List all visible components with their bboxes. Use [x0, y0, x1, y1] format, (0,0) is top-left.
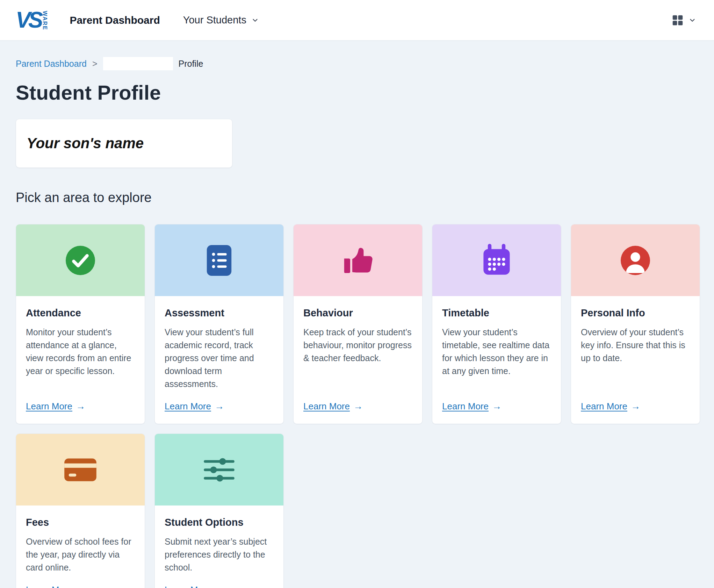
arrow-right-icon: →: [492, 401, 502, 412]
arrow-right-icon: →: [215, 401, 224, 412]
top-navigation-bar: VS WARE Parent Dashboard Your Students: [0, 0, 714, 40]
card-timetable-header: [432, 224, 561, 296]
learn-more-label: Learn More: [581, 401, 627, 412]
card-title: Behaviour: [303, 307, 412, 319]
card-title: Fees: [26, 517, 135, 528]
explore-cards-grid: Attendance Monitor your student’s attend…: [16, 224, 698, 588]
card-personal-info: Personal Info Overview of your student’s…: [571, 224, 700, 424]
learn-more-label: Learn More: [165, 585, 211, 588]
learn-more-link-personal-info[interactable]: Learn More →: [581, 390, 640, 412]
arrow-right-icon: →: [76, 401, 85, 412]
assessment-list-icon: [205, 244, 233, 277]
card-description: Submit next year’s subject preferences d…: [165, 535, 274, 574]
learn-more-link-fees[interactable]: Learn More →: [26, 574, 85, 588]
card-attendance-body: Attendance Monitor your student’s attend…: [16, 296, 145, 424]
breadcrumb-current: Profile: [179, 59, 203, 69]
card-assessment-header: [155, 224, 283, 296]
card-personal-info-body: Personal Info Overview of your student’s…: [571, 296, 700, 424]
chevron-down-icon: [688, 16, 696, 24]
card-personal-info-header: [571, 224, 700, 296]
card-description: Overview of your student’s key info. Ens…: [581, 326, 690, 365]
learn-more-label: Learn More: [165, 401, 211, 412]
arrow-right-icon: →: [631, 401, 640, 412]
card-assessment: Assessment View your student’s full acad…: [154, 224, 284, 424]
card-student-options-header: [155, 434, 283, 505]
primary-nav: Parent Dashboard Your Students: [70, 14, 259, 26]
card-behaviour-body: Behaviour Keep track of your student’s b…: [294, 296, 422, 424]
student-name: Your son's name: [27, 135, 144, 152]
main-content: Parent Dashboard > Profile Student Profi…: [0, 57, 714, 588]
card-timetable: Timetable View your student’s timetable,…: [432, 224, 561, 424]
card-title: Attendance: [26, 307, 135, 319]
card-behaviour-header: [294, 224, 422, 296]
breadcrumb-student-name-redacted: [103, 57, 173, 70]
section-heading: Pick an area to explore: [16, 190, 698, 205]
card-timetable-body: Timetable View your student’s timetable,…: [432, 296, 561, 424]
breadcrumb-parent-dashboard-link[interactable]: Parent Dashboard: [16, 59, 87, 69]
card-title: Timetable: [442, 307, 551, 319]
card-assessment-body: Assessment View your student’s full acad…: [155, 296, 283, 424]
learn-more-link-timetable[interactable]: Learn More →: [442, 390, 502, 412]
card-title: Assessment: [165, 307, 274, 319]
person-circle-icon: [619, 244, 652, 277]
apps-grid-icon: [671, 14, 684, 27]
learn-more-label: Learn More: [303, 401, 350, 412]
card-description: View your student’s timetable, see realt…: [442, 326, 551, 378]
card-title: Personal Info: [581, 307, 690, 319]
learn-more-link-assessment[interactable]: Learn More →: [165, 390, 224, 412]
thumbs-up-icon: [341, 244, 375, 277]
credit-card-icon: [63, 455, 98, 485]
learn-more-label: Learn More: [26, 585, 72, 588]
learn-more-link-attendance[interactable]: Learn More →: [26, 390, 85, 412]
chevron-down-icon: [251, 16, 259, 24]
page-title: Student Profile: [16, 81, 698, 104]
card-fees-header: [16, 434, 145, 505]
arrow-right-icon: →: [353, 401, 363, 412]
card-description: Keep track of your student’s behaviour, …: [303, 326, 412, 365]
learn-more-link-student-options[interactable]: Learn More →: [165, 574, 224, 588]
nav-your-students-label: Your Students: [183, 14, 246, 26]
apps-grid-button[interactable]: [669, 12, 698, 29]
logo-vs-text: VS: [16, 10, 41, 30]
learn-more-label: Learn More: [442, 401, 489, 412]
vsware-logo[interactable]: VS WARE: [16, 10, 48, 30]
nav-parent-dashboard[interactable]: Parent Dashboard: [70, 14, 160, 26]
card-title: Student Options: [165, 517, 274, 528]
card-behaviour: Behaviour Keep track of your student’s b…: [293, 224, 423, 424]
breadcrumb: Parent Dashboard > Profile: [16, 57, 698, 70]
card-fees: Fees Overview of school fees for the yea…: [16, 433, 145, 588]
student-name-card: Your son's name: [16, 119, 232, 168]
arrow-right-icon: →: [76, 585, 85, 588]
calendar-icon: [480, 244, 513, 277]
card-student-options: Student Options Submit next year’s subje…: [154, 433, 284, 588]
card-description: View your student’s full academic record…: [165, 326, 274, 390]
learn-more-label: Learn More: [26, 401, 72, 412]
logo-ware-text: WARE: [42, 11, 48, 30]
learn-more-link-behaviour[interactable]: Learn More →: [303, 390, 363, 412]
breadcrumb-separator: >: [92, 59, 98, 69]
card-description: Monitor your student’s attendance at a g…: [26, 326, 135, 378]
card-attendance: Attendance Monitor your student’s attend…: [16, 224, 145, 424]
card-fees-body: Fees Overview of school fees for the yea…: [16, 505, 145, 588]
arrow-right-icon: →: [215, 585, 224, 588]
check-circle-icon: [64, 244, 97, 277]
card-student-options-body: Student Options Submit next year’s subje…: [155, 505, 283, 588]
nav-your-students-dropdown[interactable]: Your Students: [183, 14, 259, 26]
card-attendance-header: [16, 224, 145, 296]
sliders-icon: [202, 456, 236, 484]
card-description: Overview of school fees for the year, pa…: [26, 535, 135, 574]
